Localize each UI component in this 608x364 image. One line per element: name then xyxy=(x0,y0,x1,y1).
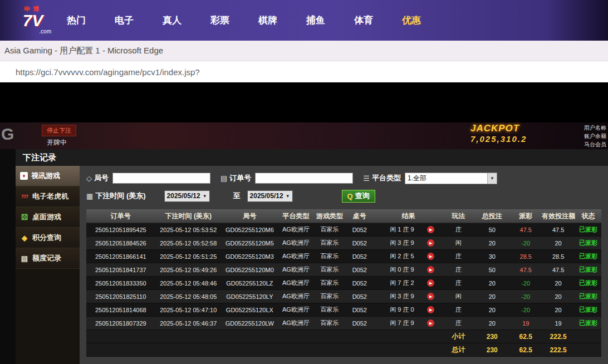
nav-item[interactable]: 彩票 xyxy=(204,11,236,30)
table_no-cell: D052 xyxy=(345,250,374,263)
platform-cell: AG欧洲厅 xyxy=(278,223,314,237)
payout-cell: 47.5 xyxy=(510,263,541,277)
style-cell: 庄 xyxy=(443,317,474,330)
cards-icon: ♦ xyxy=(20,172,28,180)
result-cell: 闲 3 庄 9▶ xyxy=(374,237,443,250)
replay-play-icon[interactable]: ▶ xyxy=(427,279,434,287)
sidebar-item-points-query[interactable]: ◆积分查询 xyxy=(16,228,80,248)
search-button-label: 查询 xyxy=(355,191,370,201)
column-header: 局号 xyxy=(222,209,278,223)
chevron-down-icon: ▼ xyxy=(487,173,497,184)
order-cell: 250512051833350 xyxy=(86,277,155,290)
sidebar-item-table-games[interactable]: ⚄桌面游戏 xyxy=(16,207,80,228)
document-icon: ▤ xyxy=(20,254,29,263)
url-text[interactable]: https://gci.7vvvvvv.com/agingame/pcv1/in… xyxy=(16,67,200,77)
date-from-picker[interactable]: 2025/05/12 ▼ xyxy=(164,190,210,202)
slot-machine-icon: 777 xyxy=(20,194,29,199)
game-cell: 百家乐 xyxy=(314,317,345,330)
replay-play-icon[interactable]: ▶ xyxy=(427,253,434,260)
bet-records-panel: 下注记录 ♦视讯游戏777电子老虎机⚄桌面游戏◆积分查询▤额度记录 ◇ 局号 ▤… xyxy=(16,149,608,364)
order-number-input[interactable] xyxy=(255,173,353,184)
column-header: 状态 xyxy=(575,209,601,223)
replay-play-icon[interactable]: ▶ xyxy=(427,306,434,313)
round-cell: GD052255120M0 xyxy=(222,263,278,277)
payout-cell: -20 xyxy=(510,290,541,303)
column-header: 结果 xyxy=(374,209,443,223)
payout-cell: 28.5 xyxy=(510,250,541,263)
payout-cell: 19 xyxy=(510,317,541,330)
order-cell: 250512051895425 xyxy=(86,223,155,237)
order-cell: 250512051841737 xyxy=(86,263,155,277)
sidebar-item-video-games[interactable]: ♦视讯游戏 xyxy=(16,166,80,186)
game-cell: 百家乐 xyxy=(314,277,345,290)
summary-row: 小计23062.5222.5 xyxy=(86,330,601,343)
round-cell: GD052255120LW xyxy=(222,317,278,330)
result-text: 闲 2 庄 5 xyxy=(383,252,422,260)
nav-item[interactable]: 热门 xyxy=(60,11,92,30)
date-to-picker[interactable]: 2025/05/12 ▼ xyxy=(247,190,293,202)
column-header: 桌号 xyxy=(345,209,374,223)
result-cell: 闲 9 庄 0▶ xyxy=(374,303,443,317)
replay-play-icon[interactable]: ▶ xyxy=(427,266,434,273)
sidebar-item-quota-records[interactable]: ▤额度记录 xyxy=(16,248,80,269)
nav-item[interactable]: 优惠 xyxy=(395,11,428,30)
nav-item[interactable]: 捕鱼 xyxy=(300,11,332,30)
payout-cell: -20 xyxy=(510,277,541,290)
nav-item[interactable]: 体育 xyxy=(347,11,380,30)
summary-valid: 222.5 xyxy=(541,343,575,357)
platform-list-icon: ☰ xyxy=(363,174,370,183)
bet-cell: 20 xyxy=(474,303,510,317)
bet-cell: 50 xyxy=(474,263,510,277)
time-cell: 2025-05-12 05:52:58 xyxy=(155,237,222,250)
platform-type-select[interactable]: 1.全部 ▼ xyxy=(405,173,497,184)
sidebar-item-label: 积分查询 xyxy=(32,233,61,243)
platform-type-value: 1.全部 xyxy=(408,174,426,183)
bet-row: 2505120518140682025-05-12 05:47:10GD0522… xyxy=(86,303,601,317)
site-logo[interactable]: 申博 7V .com xyxy=(14,6,51,35)
bet-cell: 30 xyxy=(474,250,510,263)
sidebar-item-label: 视讯游戏 xyxy=(31,171,60,181)
status-cell: 已派彩 xyxy=(575,237,601,250)
filter-row-1: ◇ 局号 ▤ 订单号 ☰ 平台类型 1.全部 ▼ xyxy=(86,171,601,185)
game-cell: 百家乐 xyxy=(314,263,345,277)
result-text: 闲 7 庄 9 xyxy=(383,319,422,327)
replay-play-icon[interactable]: ▶ xyxy=(427,239,434,247)
bet-row: 2505120518073292025-05-12 05:46:37GD0522… xyxy=(86,317,601,330)
platform-cell: AG欧洲厅 xyxy=(278,303,314,317)
round-number-input[interactable] xyxy=(112,173,210,184)
table_no-cell: D052 xyxy=(345,277,374,290)
bet-row: 2505120518661412025-05-12 05:51:25GD0522… xyxy=(86,250,601,263)
sidebar-item-label: 电子老虎机 xyxy=(32,191,68,201)
browser-address-bar[interactable]: https://gci.7vvvvvv.com/agingame/pcv1/in… xyxy=(0,61,608,82)
search-button[interactable]: Q 查询 xyxy=(342,190,375,203)
result-text: 闲 1 庄 9 xyxy=(383,225,422,234)
replay-play-icon[interactable]: ▶ xyxy=(427,319,434,327)
panel-title: 下注记录 xyxy=(16,149,608,166)
summary-label: 总计 xyxy=(443,343,474,357)
bet-cell: 20 xyxy=(474,237,510,250)
to-label: 至 xyxy=(233,191,241,201)
bet-row: 2505120518251102025-05-12 05:48:05GD0522… xyxy=(86,290,601,303)
time-cell: 2025-05-12 05:49:26 xyxy=(155,263,222,277)
time-cell: 2025-05-12 05:48:46 xyxy=(155,277,222,290)
payout-cell: -20 xyxy=(510,303,541,317)
sidebar-item-slots[interactable]: 777电子老虎机 xyxy=(16,186,80,207)
status-cell: 已派彩 xyxy=(575,277,601,290)
bet-table-header-row: 订单号下注时间 (美东)局号平台类型游戏类型桌号结果玩法总投注派彩有效投注额状态 xyxy=(86,209,601,223)
nav-item[interactable]: 电子 xyxy=(108,11,140,30)
style-cell: 庄 xyxy=(443,303,474,317)
platform-label: 平台类型 xyxy=(372,173,401,183)
nav-item[interactable]: 棋牌 xyxy=(252,11,284,30)
search-icon: Q xyxy=(347,192,353,200)
time-cell: 2025-05-12 05:47:10 xyxy=(155,303,222,317)
round-cell: GD052255120M6 xyxy=(222,223,278,237)
platform-cell: AG欧洲厅 xyxy=(278,263,314,277)
date-to-value: 2025/05/12 xyxy=(250,192,283,200)
platform-cell: AG欧洲厅 xyxy=(278,290,314,303)
replay-play-icon[interactable]: ▶ xyxy=(427,293,434,300)
nav-item[interactable]: 真人 xyxy=(156,11,188,30)
order-label: 订单号 xyxy=(229,173,251,183)
time-cell: 2025-05-12 05:51:25 xyxy=(155,250,222,263)
status-cell: 已派彩 xyxy=(575,263,601,277)
replay-play-icon[interactable]: ▶ xyxy=(427,226,434,233)
